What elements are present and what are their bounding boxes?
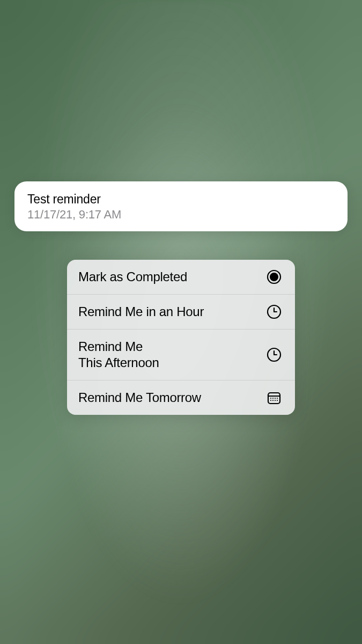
action-label: Remind Me This Afternoon (78, 339, 159, 371)
action-label: Mark as Completed (78, 269, 187, 285)
calendar-icon (266, 390, 282, 406)
action-menu: Mark as Completed Remind Me in an Hour R… (67, 260, 295, 415)
svg-point-11 (272, 398, 274, 399)
clock-icon (266, 347, 282, 363)
svg-rect-8 (268, 393, 280, 404)
svg-point-16 (275, 400, 276, 401)
mark-completed-button[interactable]: Mark as Completed (67, 260, 295, 295)
svg-point-15 (272, 400, 274, 401)
notification-timestamp: 11/17/21, 9:17 AM (27, 208, 335, 222)
notification-title: Test reminder (27, 192, 335, 207)
remind-hour-button[interactable]: Remind Me in an Hour (67, 295, 295, 330)
clock-icon (266, 304, 282, 320)
action-label: Remind Me Tomorrow (78, 390, 201, 406)
svg-point-13 (277, 398, 278, 399)
svg-point-1 (270, 273, 278, 281)
action-label: Remind Me in an Hour (78, 304, 204, 320)
svg-point-14 (270, 400, 271, 401)
remind-tomorrow-button[interactable]: Remind Me Tomorrow (67, 380, 295, 415)
svg-point-17 (277, 400, 278, 401)
completed-circle-icon (266, 269, 282, 285)
remind-afternoon-button[interactable]: Remind Me This Afternoon (67, 330, 295, 380)
svg-point-10 (270, 398, 271, 399)
svg-point-12 (275, 398, 276, 399)
reminder-notification[interactable]: Test reminder 11/17/21, 9:17 AM (14, 181, 348, 231)
